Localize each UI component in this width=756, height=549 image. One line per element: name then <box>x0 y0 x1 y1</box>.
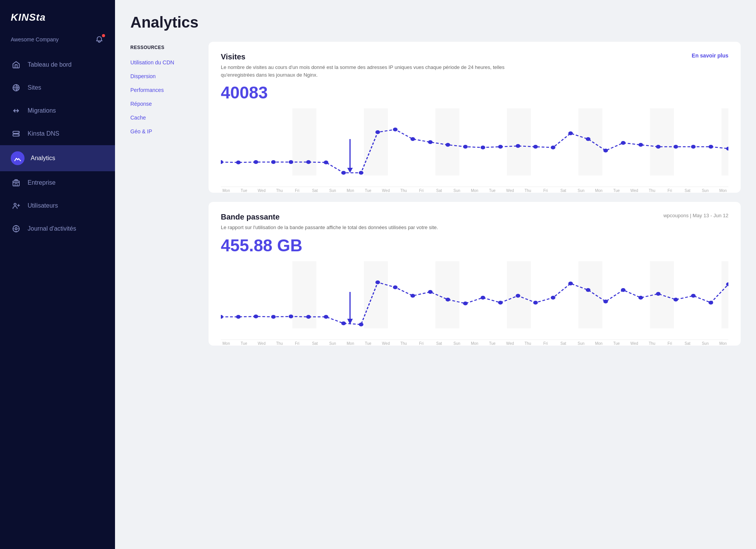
svg-point-41 <box>638 143 643 147</box>
svg-point-70 <box>445 298 450 302</box>
sidebar-item-entreprise[interactable]: Entreprise <box>0 171 115 194</box>
svg-rect-15 <box>650 108 674 175</box>
svg-point-79 <box>603 300 608 303</box>
content-layout: Ressources Utilisation du CDN Dispersion… <box>130 42 741 346</box>
sidebar-item-sites[interactable]: Sites <box>0 76 115 99</box>
svg-point-58 <box>236 315 241 319</box>
sidebar-item-journal[interactable]: Journal d'activités <box>0 217 115 240</box>
svg-rect-54 <box>579 261 603 328</box>
sidebar-item-label-analytics: Analytics <box>31 155 55 162</box>
svg-point-44 <box>691 145 696 149</box>
analytics-active-dot <box>11 151 25 165</box>
svg-point-71 <box>463 302 468 305</box>
bandwidth-card-title: Bande passante <box>221 213 279 221</box>
svg-point-25 <box>359 171 363 175</box>
migrations-icon <box>11 105 21 116</box>
svg-point-27 <box>393 128 398 131</box>
svg-point-68 <box>411 294 415 298</box>
svg-rect-12 <box>436 108 460 175</box>
svg-point-23 <box>324 161 328 164</box>
company-row: Awesome Company <box>0 33 115 53</box>
left-nav: Ressources Utilisation du CDN Dispersion… <box>130 42 199 346</box>
svg-point-22 <box>306 160 311 164</box>
svg-point-81 <box>638 296 643 300</box>
notification-bell-icon[interactable] <box>95 35 104 44</box>
svg-rect-14 <box>579 108 603 175</box>
svg-point-35 <box>533 145 538 149</box>
left-nav-item-performances[interactable]: Performances <box>130 84 199 96</box>
svg-rect-55 <box>650 261 674 328</box>
svg-point-64 <box>341 321 346 325</box>
sidebar-item-migrations[interactable]: Migrations <box>0 99 115 122</box>
visites-card-header: Visites En savoir plus <box>221 52 728 61</box>
svg-point-78 <box>586 288 590 292</box>
svg-point-26 <box>375 130 380 134</box>
journal-icon <box>11 223 21 234</box>
visites-card-subtitle: Le nombre de visites au cours d'un mois … <box>221 64 535 79</box>
svg-point-60 <box>271 315 276 319</box>
visites-card: Visites En savoir plus Le nombre de visi… <box>209 42 741 193</box>
svg-point-65 <box>359 323 363 326</box>
left-nav-section-label: Ressources <box>130 42 199 55</box>
left-nav-item-reponse[interactable]: Réponse <box>130 98 199 110</box>
svg-point-76 <box>551 296 555 300</box>
sidebar-item-analytics[interactable]: Analytics <box>0 145 115 171</box>
home-icon <box>11 59 21 70</box>
sidebar: KINSta Awesome Company Tableau de bord <box>0 0 115 549</box>
svg-point-72 <box>481 296 485 300</box>
svg-point-69 <box>428 290 432 294</box>
svg-point-73 <box>498 301 503 305</box>
svg-point-37 <box>568 131 573 135</box>
svg-point-36 <box>551 146 555 149</box>
svg-point-39 <box>603 149 608 152</box>
bandwidth-site-name: wpcoupons | May 13 - Jun 12 <box>663 213 728 218</box>
svg-point-32 <box>481 146 485 149</box>
visites-card-value: 40083 <box>221 83 728 102</box>
bandwidth-card-header: Bande passante wpcoupons | May 13 - Jun … <box>221 213 728 221</box>
bandwidth-card: Bande passante wpcoupons | May 13 - Jun … <box>209 202 741 346</box>
svg-point-59 <box>253 315 258 318</box>
svg-point-21 <box>289 160 293 164</box>
page-title: Analytics <box>130 14 741 31</box>
sidebar-item-label-migrations: Migrations <box>28 107 56 114</box>
sidebar-item-label-sites: Sites <box>28 84 41 91</box>
svg-point-40 <box>621 141 626 145</box>
sidebar-item-tableau[interactable]: Tableau de bord <box>0 53 115 76</box>
svg-point-75 <box>533 301 538 305</box>
svg-point-30 <box>445 143 450 147</box>
svg-rect-13 <box>507 108 531 175</box>
sidebar-item-label-tableau: Tableau de bord <box>28 61 72 68</box>
sidebar-item-label-journal: Journal d'activités <box>28 225 76 232</box>
svg-point-19 <box>253 160 258 164</box>
svg-rect-11 <box>364 108 388 175</box>
svg-rect-16 <box>721 108 728 175</box>
left-nav-item-geo[interactable]: Géo & IP <box>130 125 199 138</box>
svg-point-8 <box>15 228 17 230</box>
svg-rect-10 <box>293 108 317 175</box>
left-nav-item-cache[interactable]: Cache <box>130 111 199 124</box>
svg-point-34 <box>516 144 520 148</box>
svg-point-77 <box>568 282 573 285</box>
sites-icon <box>11 82 21 93</box>
svg-point-43 <box>674 145 678 149</box>
visites-learn-more-link[interactable]: En savoir plus <box>692 52 728 59</box>
notification-dot <box>102 34 105 37</box>
visites-chart: Mon5/14Tue5/15Wed5/16Thu5/17Fri5/18Sat5/… <box>221 108 728 193</box>
svg-point-82 <box>656 292 661 296</box>
svg-point-31 <box>463 145 468 149</box>
svg-point-38 <box>586 137 590 141</box>
svg-point-67 <box>393 285 398 289</box>
svg-point-45 <box>708 145 713 149</box>
svg-point-2 <box>18 132 19 133</box>
bandwidth-chart: Mon5/14Tue5/15Wed5/16Thu5/17Fri5/18Sat5/… <box>221 261 728 346</box>
svg-point-33 <box>498 145 503 149</box>
left-nav-item-cdn[interactable]: Utilisation du CDN <box>130 56 199 69</box>
svg-point-83 <box>674 298 678 302</box>
bandwidth-card-value: 455.88 GB <box>221 236 728 255</box>
svg-rect-50 <box>293 261 317 328</box>
left-nav-item-dispersion[interactable]: Dispersion <box>130 70 199 82</box>
sidebar-item-utilisateurs[interactable]: Utilisateurs <box>0 194 115 217</box>
svg-point-62 <box>306 315 311 319</box>
sidebar-item-dns[interactable]: Kinsta DNS <box>0 122 115 145</box>
bandwidth-card-subtitle: Le rapport sur l'utilisation de la bande… <box>221 224 535 231</box>
